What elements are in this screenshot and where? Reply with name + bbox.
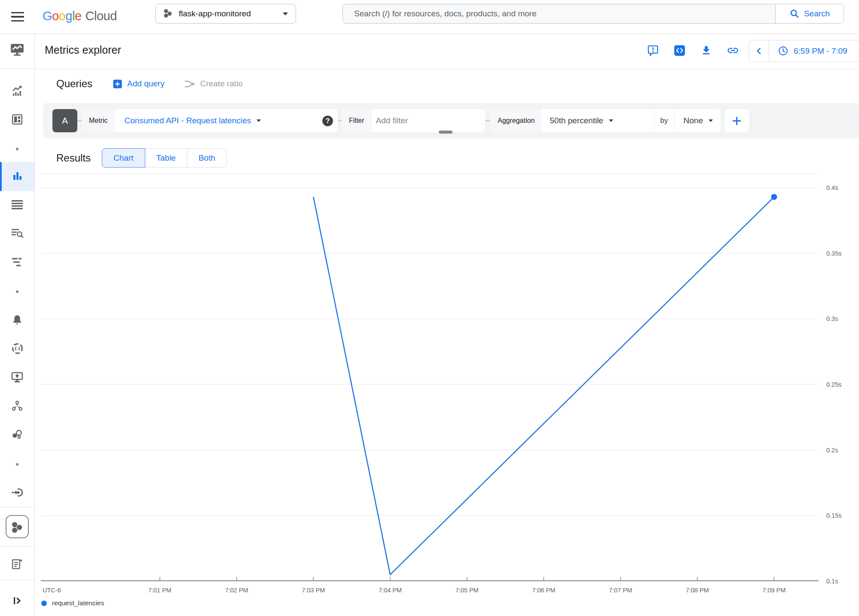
search-button[interactable]: Search — [775, 4, 844, 23]
y-tick-label: 0.3s — [826, 315, 838, 322]
project-selector[interactable]: flask-app-monitored — [155, 4, 296, 24]
feedback-button[interactable] — [645, 44, 660, 59]
sidebar-item-bell[interactable] — [0, 308, 34, 332]
time-range-button[interactable]: 6:59 PM - 7:09 — [769, 46, 847, 56]
metric-help-button[interactable]: ? — [317, 109, 338, 132]
time-range-picker: 6:59 PM - 7:09 — [749, 40, 859, 62]
sidebar-item-trace-spans[interactable] — [0, 251, 34, 275]
by-label: by — [654, 109, 674, 132]
sidebar-item-uptime-monitor[interactable] — [0, 366, 34, 390]
group-by-value[interactable]: None — [675, 116, 713, 125]
expand-panel-icon — [12, 595, 23, 608]
timezone-label: UTC-6 — [43, 587, 61, 594]
y-tick-label: 0.15s — [826, 512, 841, 519]
sidebar-item-hexagons-boxed[interactable] — [0, 515, 34, 539]
feedback-icon — [647, 45, 659, 58]
plus-box-icon — [113, 79, 122, 89]
results-row: Results ChartTableBoth — [35, 148, 859, 168]
collapse-time-panel-button[interactable] — [749, 40, 769, 61]
x-tick-label: 7:07 PM — [609, 587, 632, 594]
aggregation-chip: Aggregation 50th percentile by None — [490, 109, 721, 132]
dashboards-icon — [12, 114, 23, 127]
help-icon: ? — [322, 115, 333, 127]
results-toggle-table[interactable]: Table — [145, 148, 187, 168]
sidebar-item-trending-chart[interactable] — [0, 79, 34, 104]
sidebar-item-list-search[interactable] — [0, 222, 34, 246]
aggregation-chip-label: Aggregation — [490, 109, 542, 132]
time-range-label: 6:59 PM - 7:09 — [794, 46, 847, 56]
metric-chip[interactable]: Metric Consumed API - Request latencies … — [82, 109, 338, 132]
sidebar-divider — [0, 507, 34, 507]
results-toggle-both[interactable]: Both — [187, 148, 227, 168]
y-tick-label: 0.25s — [826, 381, 841, 388]
sidebar-item-node-cluster[interactable] — [0, 395, 34, 419]
sidebar-item-bubbles[interactable] — [0, 424, 34, 448]
query-letter-badge[interactable]: A — [52, 109, 77, 132]
cloud-logo-text: Cloud — [86, 9, 117, 23]
hexagons-boxed-icon — [6, 515, 29, 538]
page-header: Metrics explorer 6:59 PM - 7:09 — [35, 34, 859, 69]
chart-legend: request_latencies — [41, 599, 104, 607]
results-toggle-chart[interactable]: Chart — [102, 148, 145, 168]
metric-value[interactable]: Consumed API - Request latencies — [115, 116, 251, 125]
google-logo-letter: G — [43, 9, 52, 23]
download-icon — [700, 45, 712, 58]
download-button[interactable] — [699, 44, 713, 59]
chevron-down-icon — [609, 119, 613, 122]
sidebar-overflow-dot[interactable] — [0, 452, 34, 476]
x-tick-label: 7:09 PM — [762, 587, 786, 594]
sidebar-item-expand-panel[interactable] — [0, 589, 34, 613]
hamburger-menu-icon[interactable] — [11, 12, 24, 21]
sidebar-divider — [0, 68, 34, 69]
sidebar-overflow-dot[interactable] — [0, 137, 34, 161]
search-input[interactable] — [343, 4, 775, 23]
sidebar-item-monitoring-logo[interactable] — [0, 39, 34, 63]
sidebar-item-menu-lines[interactable] — [0, 193, 34, 217]
bar-chart-icon — [12, 170, 23, 183]
search-button-label: Search — [804, 9, 830, 18]
trending-chart-icon — [12, 85, 23, 98]
project-hexagons-icon — [163, 9, 173, 19]
filter-chip-label: Filter — [342, 109, 372, 132]
sidebar-item-bar-chart[interactable] — [0, 162, 34, 191]
doc-sparkle-icon — [11, 558, 23, 572]
bubbles-icon — [12, 429, 23, 442]
queries-row: Queries Add query Create ratio — [35, 69, 859, 98]
create-ratio-button[interactable]: Create ratio — [184, 78, 243, 90]
filter-input[interactable] — [372, 116, 485, 126]
svg-text:?: ? — [325, 117, 330, 124]
list-search-icon — [11, 228, 23, 241]
left-nav-sidebar — [0, 34, 35, 616]
sidebar-overflow-dot[interactable] — [0, 280, 34, 304]
y-tick-label: 0.1s — [826, 578, 838, 585]
link-button[interactable] — [725, 44, 740, 59]
y-tick-label: 0.4s — [826, 184, 838, 191]
y-tick-label: 0.35s — [826, 250, 841, 257]
google-logo-letter: e — [75, 9, 82, 23]
x-tick-label: 7:06 PM — [532, 587, 555, 594]
dot-icon — [16, 148, 18, 150]
x-tick-label: 7:03 PM — [302, 587, 325, 594]
code-button[interactable] — [672, 44, 687, 59]
chip-connector — [77, 120, 82, 121]
query-builder: A Metric Consumed API - Request latencie… — [43, 103, 859, 138]
add-query-button[interactable]: Add query — [113, 79, 165, 89]
bell-icon — [12, 314, 23, 327]
sidebar-item-code-braces[interactable] — [0, 337, 34, 361]
aggregation-value[interactable]: 50th percentile — [542, 116, 603, 125]
y-tick-label: 0.2s — [826, 447, 838, 454]
sidebar-item-probe-arrow[interactable] — [0, 481, 34, 505]
series-line-request_latencies — [313, 197, 774, 574]
sidebar-item-doc-sparkle[interactable] — [0, 553, 34, 577]
results-title: Results — [56, 152, 91, 164]
chevron-down-icon — [257, 119, 261, 122]
top-app-bar: GoogleCloud flask-app-monitored Search — [0, 0, 859, 34]
resize-drag-handle[interactable] — [439, 131, 452, 134]
add-query-label: Add query — [127, 79, 165, 88]
filter-chip: Filter — [342, 109, 485, 132]
search-icon — [789, 9, 800, 19]
sidebar-item-dashboards[interactable] — [0, 108, 34, 132]
series-end-point — [771, 194, 777, 200]
add-aggregation-step-button[interactable] — [724, 109, 749, 132]
chevron-left-icon — [754, 46, 764, 56]
